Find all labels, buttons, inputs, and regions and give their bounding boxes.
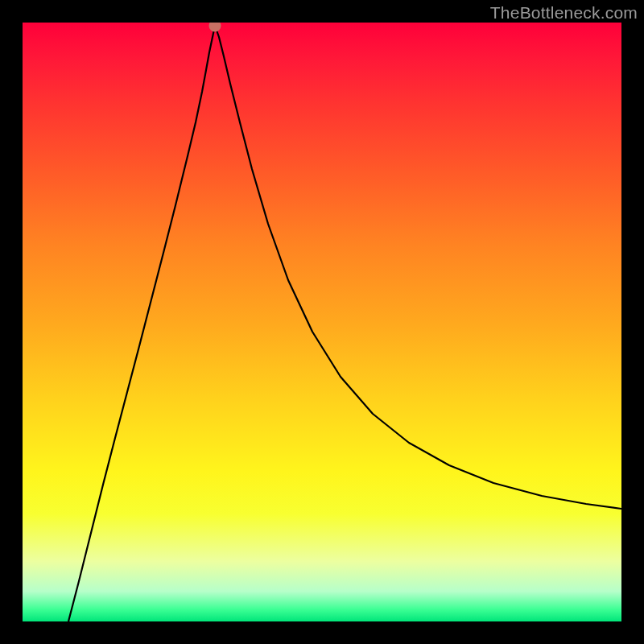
curve-svg [23, 23, 621, 621]
bottleneck-curve-path [68, 26, 621, 621]
chart-frame: TheBottleneck.com [0, 0, 644, 644]
watermark-text: TheBottleneck.com [490, 3, 638, 23]
plot-area [23, 23, 621, 621]
